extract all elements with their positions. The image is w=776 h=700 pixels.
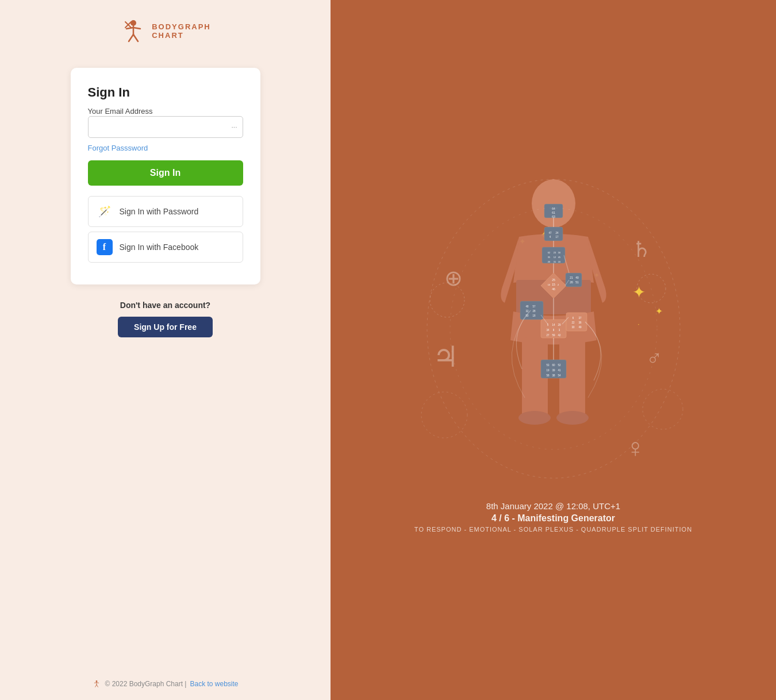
email-label: Your Email Address [88,107,153,116]
input-dots-icon: ··· [231,123,237,131]
email-input[interactable] [88,116,243,138]
signin-with-password-option[interactable]: 🪄 Sign In with Password [88,196,243,227]
svg-text:29: 29 [558,324,561,326]
svg-text:48: 48 [525,305,529,308]
svg-text:61: 61 [552,211,555,214]
svg-text:17: 17 [555,236,559,239]
chart-date: 8th January 2022 @ 12:08, UTC+1 [414,501,692,511]
right-panel: ✦ ✦ ✦ ✦ ✦ · ⊕ ♄ ♃ ♂ ♀ [331,0,776,700]
signin-button[interactable]: Sign In [88,160,243,186]
facebook-icon: f [97,239,113,255]
forgot-password-link[interactable]: Forgot Passsword [88,144,243,152]
svg-line-5 [133,34,138,41]
chart-info: 8th January 2022 @ 12:08, UTC+1 4 / 6 - … [414,501,692,533]
svg-text:34: 34 [546,329,550,332]
svg-rect-51 [520,301,543,320]
back-to-website-link[interactable]: Back to website [190,680,239,688]
svg-line-2 [126,28,133,29]
signin-password-label: Sign In with Password [120,207,199,216]
chart-description: TO RESPOND - EMOTIONAL - SOLAR PLEXUS - … [414,526,692,533]
sparkle-5: ✦ [655,306,663,317]
svg-text:39: 39 [552,369,555,372]
svg-text:22: 22 [571,321,575,324]
svg-text:23: 23 [553,251,556,254]
svg-rect-46 [566,273,582,287]
svg-point-20 [556,411,589,425]
signin-title: Sign In [88,85,243,100]
svg-text:27: 27 [546,334,550,337]
svg-text:15: 15 [552,283,555,286]
svg-text:24: 24 [555,232,559,234]
svg-text:54: 54 [558,374,561,377]
signup-button[interactable]: Sign Up for Free [118,317,213,337]
email-input-wrapper: ··· [88,116,243,138]
chart-type: 4 / 6 - Manifesting Generator [414,513,692,524]
signin-facebook-label: Sign In with Facebook [120,243,199,252]
svg-text:51: 51 [575,280,579,284]
svg-text:37: 37 [578,317,582,320]
svg-text:47: 47 [548,232,552,234]
svg-line-3 [133,28,140,29]
svg-text:25: 25 [552,278,555,282]
svg-text:21: 21 [570,276,573,279]
planet-1-icon: ⊕ [444,266,463,291]
svg-text:38: 38 [552,374,555,377]
no-account-area: Don't have an account? Sign Up for Free [118,301,213,337]
logo-area: BODYGRAPH CHART [120,17,211,45]
svg-text:26: 26 [570,280,573,284]
svg-text:53: 53 [546,364,550,367]
logo-text: BODYGRAPH CHART [152,22,211,40]
svg-text:30: 30 [571,326,575,329]
bodygraph-logo-icon [120,17,147,45]
svg-line-12 [95,684,97,687]
svg-point-98 [643,389,683,429]
planet-4-icon: ♂ [646,346,663,371]
svg-text:36: 36 [578,321,582,324]
svg-text:52: 52 [558,364,561,367]
svg-text:32: 32 [525,310,529,313]
svg-text:49: 49 [578,326,582,329]
svg-text:42: 42 [558,334,561,337]
bodygraph-chart: ✦ ✦ ✦ ✦ ✦ · ⊕ ♄ ♃ ♂ ♀ [416,168,692,490]
svg-rect-68 [566,313,587,331]
svg-text:16: 16 [558,260,560,263]
svg-text:19: 19 [546,369,550,372]
wand-icon: 🪄 [97,203,113,220]
svg-point-0 [130,20,136,26]
svg-text:14: 14 [552,324,555,326]
svg-point-19 [518,411,551,425]
bodygraph-svg: 64 61 63 47 24 4 17 62 23 56 [467,179,640,455]
svg-text:59: 59 [552,334,555,337]
svg-point-99 [421,392,467,438]
planet-3-icon: ♃ [433,340,459,374]
svg-text:46: 46 [552,287,555,291]
svg-rect-25 [544,227,563,241]
left-panel: BODYGRAPH CHART Sign In Your Email Addre… [0,0,331,700]
svg-text:18: 18 [532,314,536,317]
footer-logo-icon [92,679,101,689]
svg-line-4 [129,34,133,41]
svg-text:41: 41 [558,369,561,372]
svg-text:35: 35 [547,256,550,259]
svg-text:12: 12 [553,256,556,259]
svg-text:56: 56 [558,251,560,254]
signin-card: Sign In Your Email Address ··· Forgot Pa… [71,68,260,284]
right-content: ✦ ✦ ✦ ✦ ✦ · ⊕ ♄ ♃ ♂ ♀ [331,0,776,700]
svg-text:62: 62 [547,251,550,254]
svg-line-13 [97,684,98,687]
signin-with-facebook-option[interactable]: f Sign In with Facebook [88,232,243,263]
svg-text:40: 40 [575,276,579,279]
svg-text:28: 28 [532,310,536,313]
svg-text:58: 58 [546,374,550,377]
svg-text:64: 64 [552,207,555,210]
svg-text:60: 60 [552,364,555,367]
svg-text:20: 20 [547,260,550,263]
no-account-prompt: Don't have an account? [118,301,213,310]
footer-copyright: © 2022 BodyGraph Chart | [105,680,186,688]
svg-text:31: 31 [553,260,556,263]
svg-line-10 [95,683,97,683]
svg-text:45: 45 [558,256,560,259]
svg-text:57: 57 [532,305,536,308]
svg-text:10: 10 [547,283,550,286]
svg-line-11 [97,683,99,683]
